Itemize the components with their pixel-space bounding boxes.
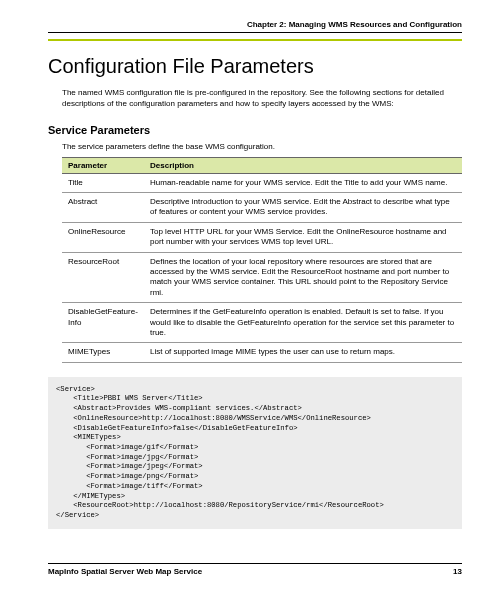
- param-desc: Descriptive introduction to your WMS ser…: [144, 192, 462, 222]
- section-description: The service parameters define the base W…: [62, 142, 462, 151]
- table-row: DisableGetFeature-Info Determines if the…: [62, 303, 462, 343]
- footer-page-number: 13: [453, 567, 462, 576]
- table-row: OnlineResource Top level HTTP URL for yo…: [62, 222, 462, 252]
- col-header-description: Description: [144, 157, 462, 173]
- param-name: Title: [62, 173, 144, 192]
- param-name: MIMETypes: [62, 343, 144, 362]
- table-row: ResourceRoot Defines the location of you…: [62, 252, 462, 303]
- accent-rule: [48, 39, 462, 41]
- footer-rule: [48, 563, 462, 564]
- page-footer: MapInfo Spatial Server Web Map Service 1…: [48, 563, 462, 576]
- param-desc: List of supported image MIME types the u…: [144, 343, 462, 362]
- footer-product: MapInfo Spatial Server Web Map Service: [48, 567, 202, 576]
- param-desc: Human-readable name for your WMS service…: [144, 173, 462, 192]
- table-row: Title Human-readable name for your WMS s…: [62, 173, 462, 192]
- section-heading: Service Parameters: [48, 124, 462, 136]
- param-name: DisableGetFeature-Info: [62, 303, 144, 343]
- table-row: Abstract Descriptive introduction to you…: [62, 192, 462, 222]
- code-sample: <Service> <Title>PBBI WMS Server</Title>…: [48, 377, 462, 529]
- param-name: ResourceRoot: [62, 252, 144, 303]
- header-rule: [48, 32, 462, 33]
- param-desc: Top level HTTP URL for your WMS Service.…: [144, 222, 462, 252]
- parameters-table: Parameter Description Title Human-readab…: [62, 157, 462, 363]
- param-name: Abstract: [62, 192, 144, 222]
- param-desc: Determines if the GetFeatureInfo operati…: [144, 303, 462, 343]
- intro-paragraph: The named WMS configuration file is pre-…: [62, 88, 462, 110]
- col-header-parameter: Parameter: [62, 157, 144, 173]
- param-name: OnlineResource: [62, 222, 144, 252]
- table-row: MIMETypes List of supported image MIME t…: [62, 343, 462, 362]
- param-desc: Defines the location of your local repos…: [144, 252, 462, 303]
- chapter-header: Chapter 2: Managing WMS Resources and Co…: [48, 20, 462, 29]
- page-title: Configuration File Parameters: [48, 55, 462, 78]
